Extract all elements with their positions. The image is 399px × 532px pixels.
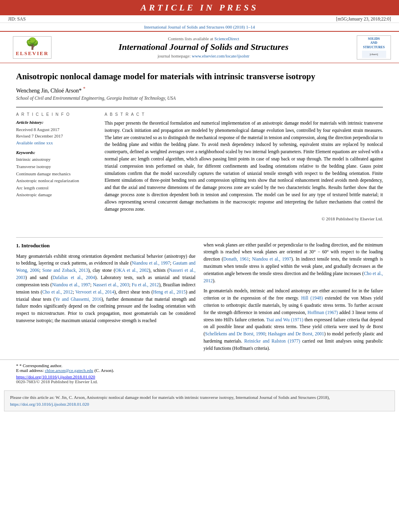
cite-fu[interactable]: Fu et al., 2012 — [132, 282, 159, 287]
received-date: Received 8 August 2017 — [16, 126, 97, 133]
keyword-5: Arc length control — [16, 185, 97, 192]
issn-text: 0020-7683/© 2018 Published by Elsevier L… — [16, 379, 98, 384]
intro-left-para: Many geomaterials exhibit strong orienta… — [16, 253, 195, 325]
cite-dafalias[interactable]: Dafalias et al., 2004 — [53, 275, 95, 280]
contents-label: Contents lists available at ScienceDirec… — [56, 36, 351, 41]
cite-ye[interactable]: Ye and Ghassemi, 2016 — [55, 297, 102, 302]
cite-niandou-right[interactable]: Niandou et al., 1997 — [252, 257, 291, 261]
elsevier-label: ELSEVIER — [16, 50, 49, 57]
author-names: Wencheng Jin, Chloé Arson* — [16, 88, 82, 94]
homepage-url[interactable]: www.elsevier.com/locate/ijsolstr — [192, 53, 249, 58]
body-content: 1. Introduction Many geomaterials exhibi… — [0, 242, 399, 355]
authors: Wencheng Jin, Chloé Arson* * — [16, 86, 383, 94]
journal-header: 🌳 ELSEVIER Contents lists available at S… — [0, 31, 399, 63]
keyword-2: Transverse isotropy — [16, 163, 97, 170]
jid-bar: JID: SAS [m5G;January 23, 2018;22:0] — [0, 15, 399, 23]
article-title: Anisotropic nonlocal damage model for ma… — [16, 71, 383, 82]
citation-doi-link[interactable]: https://doi.org/10.1016/j.ijsolstr.2018.… — [10, 402, 89, 407]
revised-date: Revised 7 December 2017 — [16, 133, 97, 140]
cite-reinicke[interactable]: Reinicke and Ralston (1977) — [244, 339, 300, 343]
footnote-star-text: * Corresponding author. — [19, 363, 62, 368]
journal-homepage: journal homepage: www.elsevier.com/locat… — [56, 53, 351, 58]
elsevier-logo: 🌳 ELSEVIER — [8, 36, 56, 59]
article-info-abstract: A R T I C L E I N F O Article history: R… — [16, 107, 383, 221]
affiliation: School of Civil and Environmental Engine… — [16, 96, 383, 101]
corresponding-author-note: * * Corresponding author. — [16, 363, 383, 368]
cite-schellekens[interactable]: Schellekens and De Borst, 1990 — [205, 331, 265, 336]
journal-logo-right: SOLIDSANDSTRUCTURES [chart] — [351, 35, 391, 60]
copyright: © 2018 Published by Elsevier Ltd. — [105, 216, 383, 221]
cite-cho-right[interactable]: Cho et al., 2012 — [204, 271, 383, 283]
body-col-right: when weak planes are either parallel or … — [204, 242, 383, 355]
footnote-area: * * Corresponding author. E-mail address… — [0, 359, 399, 373]
intro-right-para-2: In geomaterials models, intrinsic and in… — [204, 288, 383, 352]
journal-volume-link[interactable]: International Journal of Solids and Stru… — [144, 25, 255, 29]
cite-oka[interactable]: OKA et al., 2002 — [115, 268, 149, 273]
cite-hoffman[interactable]: Hoffman (1967) — [308, 310, 338, 315]
cite-nasseri-lab[interactable]: Nasseri et al., 2003 — [93, 282, 129, 287]
intro-right-para-1: when weak planes are either parallel or … — [204, 242, 383, 285]
article-info-heading: A R T I C L E I N F O — [16, 112, 97, 117]
citation-text: Please cite this article as: W. Jin, C. … — [10, 395, 330, 400]
keyword-1: Intrinsic anisotropy — [16, 156, 97, 163]
sciencedirect-link[interactable]: ScienceDirect — [214, 36, 239, 41]
jid-right: [m5G;January 23, 2018;22:0] — [336, 16, 391, 21]
keywords-label: Keywords: — [16, 150, 97, 155]
email-line: E-mail address: chloe.arson@ce.gatech.ed… — [16, 368, 383, 373]
journal-link-bar: International Journal of Solids and Stru… — [0, 23, 399, 31]
abstract-heading: A B S T R A C T — [105, 112, 383, 117]
available-online: Available online xxx — [16, 140, 97, 146]
cite-niandou-lab[interactable]: Niandou et al., 1997 — [52, 282, 90, 287]
elsevier-tree-icon: 🌳 — [16, 38, 49, 49]
cite-vervoort[interactable]: Vervoort et al., 2014 — [75, 290, 114, 294]
cite-sone[interactable]: Sone and Zoback, 2013 — [42, 268, 88, 273]
article-info-col: A R T I C L E I N F O Article history: R… — [16, 112, 97, 221]
cite-hashagen[interactable]: Hashagen and De Borst, 2001 — [268, 331, 324, 336]
email-author: (C. Arson). — [95, 368, 114, 373]
banner-text: ARTICLE IN PRESS — [141, 2, 259, 12]
cite-heng[interactable]: Heng et al., 2015 — [153, 290, 185, 294]
body-col-left: 1. Introduction Many geomaterials exhibi… — [16, 242, 195, 355]
doi-line: https://doi.org/10.1016/j.ijsolstr.2018.… — [0, 373, 399, 386]
solids-structures-logo: SOLIDSANDSTRUCTURES [chart] — [357, 35, 391, 60]
abstract-text: This paper presents the theoretical form… — [105, 120, 383, 213]
article-content: Anisotropic nonlocal damage model for ma… — [0, 63, 399, 233]
cite-donath[interactable]: Donath, 1961 — [223, 257, 249, 261]
citation-bar: Please cite this article as: W. Jin, C. … — [4, 390, 395, 411]
keyword-6: Anisotropic damage — [16, 191, 97, 199]
corresponding-author-mark: * — [83, 86, 85, 91]
cite-niandou-1997[interactable]: Niandou et al., 1997 — [132, 261, 170, 265]
article-in-press-banner: ARTICLE IN PRESS — [0, 0, 399, 15]
email-label: E-mail address: — [16, 368, 44, 373]
keyword-4: Anisotropic nonlocal regularization — [16, 177, 97, 185]
keyword-3: Continuum damage mechanics — [16, 170, 97, 178]
cite-hill[interactable]: Hill (1948) — [301, 296, 323, 300]
journal-title: International Journal of Solids and Stru… — [56, 42, 351, 52]
email-link[interactable]: chloe.arson@ce.gatech.edu — [45, 368, 93, 373]
jid-left: JID: SAS — [8, 16, 26, 21]
cite-cho-2012[interactable]: Cho et al., 2012 — [42, 290, 73, 294]
doi-link[interactable]: https://doi.org/10.1016/j.ijsolstr.2018.… — [16, 374, 95, 379]
intro-heading: 1. Introduction — [16, 242, 195, 250]
cite-tsai-wu[interactable]: Tsai and Wu (1971) — [266, 317, 303, 322]
abstract-col: A B S T R A C T This paper presents the … — [105, 112, 383, 221]
journal-title-center: Contents lists available at ScienceDirec… — [56, 36, 351, 58]
history-label: Article history: — [16, 120, 97, 125]
section-divider — [16, 237, 383, 238]
